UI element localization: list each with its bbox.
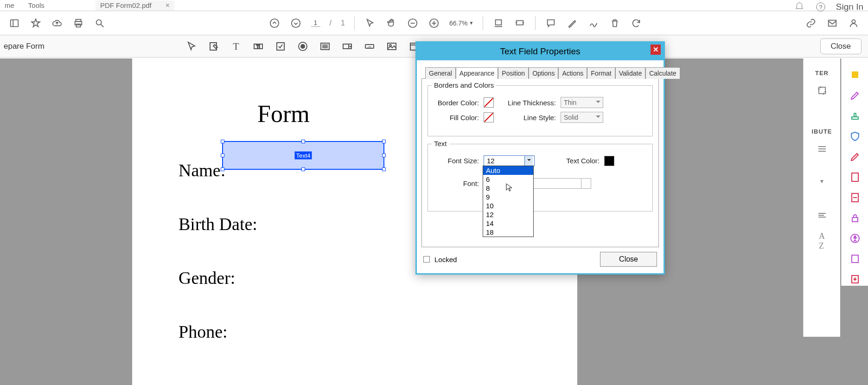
dialog-close-button[interactable]: ✕	[651, 45, 661, 55]
button-tool-icon[interactable]: OK	[364, 40, 376, 52]
font-size-label: Font Size:	[434, 157, 479, 165]
pointer-icon[interactable]	[364, 17, 376, 29]
font-size-dropdown[interactable]: Auto68910121418	[483, 166, 534, 237]
dialog-close-btn[interactable]: Close	[600, 252, 657, 267]
size-option-9[interactable]: 9	[483, 192, 533, 201]
size-option-18[interactable]: 18	[483, 228, 533, 237]
ri-accessibility-icon[interactable]	[849, 232, 862, 245]
font-label: Font:	[434, 180, 479, 187]
fit-width-icon[interactable]	[492, 17, 504, 29]
tab-appearance[interactable]: Appearance	[456, 67, 498, 79]
hand-icon[interactable]	[385, 17, 397, 29]
svg-text:?: ?	[819, 4, 822, 11]
page-up-icon[interactable]	[268, 17, 281, 29]
star-icon[interactable]	[30, 17, 42, 29]
mail-icon[interactable]	[826, 17, 838, 29]
help-icon[interactable]: ?	[815, 1, 827, 13]
refresh-icon[interactable]	[630, 17, 642, 29]
locked-checkbox[interactable]	[423, 256, 430, 263]
svg-point-52	[854, 236, 855, 237]
tab-calculate[interactable]: Calculate	[645, 67, 680, 79]
svg-point-9	[270, 19, 278, 27]
svg-point-10	[291, 19, 300, 27]
size-option-10[interactable]: 10	[483, 201, 533, 210]
border-color-swatch[interactable]	[484, 97, 494, 108]
list-tool-icon[interactable]	[319, 40, 331, 52]
svg-rect-45	[852, 71, 858, 78]
line-thickness-select[interactable]: Thin	[561, 97, 603, 108]
cloud-upload-icon[interactable]	[51, 17, 63, 29]
svg-rect-46	[852, 117, 858, 119]
svg-text:OK: OK	[368, 45, 372, 48]
sign-icon[interactable]	[587, 17, 600, 29]
side-more-icon[interactable]: ▼	[819, 178, 825, 185]
image-tool-icon[interactable]	[386, 40, 398, 52]
delete-icon[interactable]	[609, 17, 621, 29]
page-sep: /	[330, 19, 332, 27]
ri-export-icon[interactable]	[849, 273, 862, 286]
ri-note-icon[interactable]	[849, 69, 862, 82]
textfield-tool-icon[interactable]: T|	[252, 40, 264, 52]
size-option-Auto[interactable]: Auto	[483, 166, 533, 175]
dialog-title: Text Field Properties	[500, 46, 580, 56]
menu-home[interactable]: me	[5, 1, 14, 9]
radio-tool-icon[interactable]	[297, 40, 309, 52]
page-down-icon[interactable]	[290, 17, 302, 29]
zoom-select[interactable]: 66.7% ▼	[449, 19, 474, 27]
fit-page-icon[interactable]	[514, 17, 526, 29]
comment-icon[interactable]	[545, 17, 557, 29]
dropdown-tool-icon[interactable]	[341, 40, 353, 52]
side-crop-icon[interactable]	[817, 85, 828, 97]
highlight-icon[interactable]	[566, 17, 578, 29]
size-option-12[interactable]: 12	[483, 210, 533, 219]
search-icon[interactable]	[94, 17, 106, 29]
profile-icon[interactable]	[848, 17, 860, 29]
size-option-6[interactable]: 6	[483, 175, 533, 184]
line-style-select[interactable]: Solid	[561, 112, 603, 123]
side-align-icon[interactable]	[817, 211, 828, 223]
checkbox-tool-icon[interactable]	[274, 40, 287, 52]
tab-format[interactable]: Format	[587, 67, 615, 79]
side-sort-icon[interactable]: AZ	[819, 231, 825, 251]
close-tab-icon[interactable]: ×	[166, 1, 170, 10]
ri-stamp-icon[interactable]	[849, 109, 862, 122]
svg-text:T|: T|	[256, 44, 260, 49]
tab-options[interactable]: Options	[529, 67, 558, 79]
sidebar-toggle-icon[interactable]	[8, 17, 20, 29]
signin-link[interactable]: Sign In	[836, 2, 863, 12]
notification-icon[interactable]	[793, 1, 805, 13]
tab-position[interactable]: Position	[498, 67, 529, 79]
text-tool-icon[interactable]: T	[230, 40, 242, 52]
tab-validate[interactable]: Validate	[615, 67, 646, 79]
side-header-1: TER	[815, 70, 829, 77]
ri-form-icon[interactable]	[849, 252, 862, 265]
ri-pencil-icon[interactable]	[849, 89, 862, 102]
ri-pen-icon[interactable]	[849, 150, 862, 163]
selected-text-field[interactable]: Text4	[222, 141, 384, 170]
select-tool-icon[interactable]	[185, 40, 198, 52]
text-color-swatch[interactable]	[604, 156, 614, 166]
print-icon[interactable]	[72, 17, 84, 29]
zoom-out-icon[interactable]	[407, 17, 419, 29]
tab-actions[interactable]: Actions	[558, 67, 587, 79]
zoom-in-icon[interactable]	[428, 17, 440, 29]
close-formbar-button[interactable]: Close	[820, 38, 862, 54]
side-distribute-icon[interactable]	[817, 143, 828, 156]
size-option-8[interactable]: 8	[483, 184, 533, 192]
edit-tool-icon[interactable]	[208, 40, 220, 52]
ri-lock-icon[interactable]	[849, 212, 862, 225]
svg-rect-2	[11, 19, 19, 26]
text-field-properties-dialog: Text Field Properties ✕ GeneralAppearanc…	[415, 41, 665, 275]
font-size-select[interactable]: 12	[484, 155, 535, 166]
fill-color-swatch[interactable]	[484, 112, 494, 122]
document-tab[interactable]: PDF Form02.pdf ×	[96, 0, 174, 11]
ri-doc-icon[interactable]	[849, 191, 862, 204]
link-icon[interactable]	[805, 17, 817, 29]
size-option-14[interactable]: 14	[483, 219, 533, 228]
page-number-input[interactable]: 1	[311, 19, 320, 27]
ri-shield-icon[interactable]	[849, 130, 862, 143]
dialog-titlebar[interactable]: Text Field Properties ✕	[417, 43, 664, 60]
menu-tools[interactable]: Tools	[28, 1, 45, 9]
tab-general[interactable]: General	[425, 67, 456, 79]
ri-pdf-icon[interactable]	[849, 171, 862, 184]
